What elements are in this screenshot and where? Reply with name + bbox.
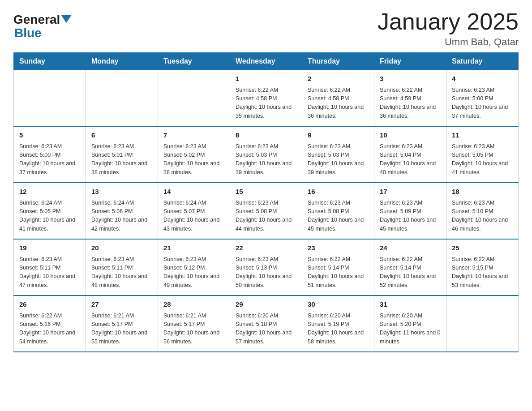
day-info: Sunrise: 6:23 AM Sunset: 5:00 PM Dayligh…: [452, 86, 513, 121]
calendar-cell: 23Sunrise: 6:22 AM Sunset: 5:14 PM Dayli…: [302, 239, 374, 295]
calendar-cell: 11Sunrise: 6:23 AM Sunset: 5:05 PM Dayli…: [446, 126, 519, 183]
header-tuesday: Tuesday: [158, 53, 230, 70]
header-saturday: Saturday: [446, 53, 519, 70]
day-info: Sunrise: 6:23 AM Sunset: 5:11 PM Dayligh…: [91, 255, 152, 290]
calendar-subtitle: Umm Bab, Qatar: [378, 36, 519, 48]
day-number: 25: [452, 243, 513, 253]
calendar-header-row: SundayMondayTuesdayWednesdayThursdayFrid…: [14, 53, 519, 70]
day-number: 16: [308, 187, 369, 197]
day-number: 1: [236, 74, 296, 84]
day-number: 30: [308, 300, 369, 310]
day-info: Sunrise: 6:23 AM Sunset: 5:00 PM Dayligh…: [19, 142, 80, 177]
calendar-cell: 27Sunrise: 6:21 AM Sunset: 5:17 PM Dayli…: [86, 295, 158, 352]
day-number: 19: [19, 243, 80, 253]
day-info: Sunrise: 6:23 AM Sunset: 5:12 PM Dayligh…: [163, 255, 224, 290]
calendar-cell: 28Sunrise: 6:21 AM Sunset: 5:17 PM Dayli…: [158, 295, 230, 352]
calendar-cell: 16Sunrise: 6:23 AM Sunset: 5:08 PM Dayli…: [302, 183, 374, 239]
calendar-cell: 12Sunrise: 6:24 AM Sunset: 5:05 PM Dayli…: [14, 183, 86, 239]
day-info: Sunrise: 6:23 AM Sunset: 5:03 PM Dayligh…: [308, 142, 369, 177]
logo-arrow-icon: [61, 15, 72, 23]
day-number: 8: [236, 130, 296, 141]
day-info: Sunrise: 6:22 AM Sunset: 5:15 PM Dayligh…: [452, 255, 513, 290]
day-info: Sunrise: 6:24 AM Sunset: 5:06 PM Dayligh…: [91, 199, 152, 234]
calendar-cell: 31Sunrise: 6:20 AM Sunset: 5:20 PM Dayli…: [374, 295, 446, 352]
calendar-cell: 30Sunrise: 6:20 AM Sunset: 5:19 PM Dayli…: [302, 295, 374, 352]
calendar-cell: 21Sunrise: 6:23 AM Sunset: 5:12 PM Dayli…: [158, 239, 230, 295]
page-header: General Blue January 2025 Umm Bab, Qatar: [13, 9, 519, 48]
day-info: Sunrise: 6:22 AM Sunset: 5:14 PM Dayligh…: [380, 255, 441, 290]
logo: General Blue: [13, 13, 72, 39]
day-number: 11: [452, 130, 513, 141]
day-number: 14: [163, 187, 224, 197]
day-number: 12: [19, 187, 80, 197]
calendar-header: SundayMondayTuesdayWednesdayThursdayFrid…: [14, 53, 519, 70]
calendar-table: SundayMondayTuesdayWednesdayThursdayFrid…: [13, 52, 519, 352]
day-number: 22: [236, 243, 296, 253]
day-number: 26: [19, 300, 80, 310]
day-info: Sunrise: 6:24 AM Sunset: 5:05 PM Dayligh…: [19, 199, 80, 234]
calendar-cell: 29Sunrise: 6:20 AM Sunset: 5:18 PM Dayli…: [230, 295, 302, 352]
day-number: 17: [380, 187, 441, 197]
calendar-cell: [86, 70, 158, 127]
day-number: 18: [452, 187, 513, 197]
day-number: 15: [236, 187, 296, 197]
calendar-cell: 19Sunrise: 6:23 AM Sunset: 5:11 PM Dayli…: [14, 239, 86, 295]
calendar-cell: 8Sunrise: 6:23 AM Sunset: 5:03 PM Daylig…: [230, 126, 302, 183]
header-sunday: Sunday: [14, 53, 86, 70]
calendar-week-5: 26Sunrise: 6:22 AM Sunset: 5:16 PM Dayli…: [14, 295, 519, 352]
calendar-cell: 5Sunrise: 6:23 AM Sunset: 5:00 PM Daylig…: [14, 126, 86, 183]
calendar-cell: [158, 70, 230, 127]
calendar-cell: 18Sunrise: 6:23 AM Sunset: 5:10 PM Dayli…: [446, 183, 519, 239]
day-info: Sunrise: 6:23 AM Sunset: 5:05 PM Dayligh…: [452, 142, 513, 177]
calendar-cell: 26Sunrise: 6:22 AM Sunset: 5:16 PM Dayli…: [14, 295, 86, 352]
calendar-cell: 4Sunrise: 6:23 AM Sunset: 5:00 PM Daylig…: [446, 70, 519, 127]
calendar-cell: 22Sunrise: 6:23 AM Sunset: 5:13 PM Dayli…: [230, 239, 302, 295]
calendar-week-4: 19Sunrise: 6:23 AM Sunset: 5:11 PM Dayli…: [14, 239, 519, 295]
day-info: Sunrise: 6:23 AM Sunset: 5:08 PM Dayligh…: [308, 199, 369, 234]
calendar-week-2: 5Sunrise: 6:23 AM Sunset: 5:00 PM Daylig…: [14, 126, 519, 183]
calendar-cell: 3Sunrise: 6:22 AM Sunset: 4:59 PM Daylig…: [374, 70, 446, 127]
day-number: 31: [380, 300, 441, 310]
calendar-cell: 6Sunrise: 6:23 AM Sunset: 5:01 PM Daylig…: [86, 126, 158, 183]
day-number: 27: [91, 300, 152, 310]
logo-general-text: General: [13, 13, 60, 26]
day-number: 4: [452, 74, 513, 84]
calendar-cell: 25Sunrise: 6:22 AM Sunset: 5:15 PM Dayli…: [446, 239, 519, 295]
day-info: Sunrise: 6:22 AM Sunset: 4:58 PM Dayligh…: [308, 86, 369, 121]
day-info: Sunrise: 6:20 AM Sunset: 5:20 PM Dayligh…: [380, 312, 441, 347]
calendar-cell: 7Sunrise: 6:23 AM Sunset: 5:02 PM Daylig…: [158, 126, 230, 183]
day-info: Sunrise: 6:22 AM Sunset: 5:14 PM Dayligh…: [308, 255, 369, 290]
calendar-cell: 13Sunrise: 6:24 AM Sunset: 5:06 PM Dayli…: [86, 183, 158, 239]
day-number: 13: [91, 187, 152, 197]
day-number: 24: [380, 243, 441, 253]
calendar-cell: [446, 295, 519, 352]
calendar-cell: 14Sunrise: 6:24 AM Sunset: 5:07 PM Dayli…: [158, 183, 230, 239]
calendar-cell: 10Sunrise: 6:23 AM Sunset: 5:04 PM Dayli…: [374, 126, 446, 183]
title-section: January 2025 Umm Bab, Qatar: [378, 9, 519, 48]
day-number: 6: [91, 130, 152, 141]
day-number: 9: [308, 130, 369, 141]
header-monday: Monday: [86, 53, 158, 70]
day-info: Sunrise: 6:23 AM Sunset: 5:08 PM Dayligh…: [236, 199, 296, 234]
day-info: Sunrise: 6:23 AM Sunset: 5:10 PM Dayligh…: [452, 199, 513, 234]
header-thursday: Thursday: [302, 53, 374, 70]
day-info: Sunrise: 6:22 AM Sunset: 5:16 PM Dayligh…: [19, 312, 80, 347]
day-info: Sunrise: 6:23 AM Sunset: 5:09 PM Dayligh…: [380, 199, 441, 234]
day-info: Sunrise: 6:23 AM Sunset: 5:11 PM Dayligh…: [19, 255, 80, 290]
day-number: 7: [163, 130, 224, 141]
day-info: Sunrise: 6:23 AM Sunset: 5:13 PM Dayligh…: [236, 255, 296, 290]
day-number: 5: [19, 130, 80, 141]
day-info: Sunrise: 6:22 AM Sunset: 4:59 PM Dayligh…: [380, 86, 441, 121]
calendar-cell: [14, 70, 86, 127]
day-info: Sunrise: 6:20 AM Sunset: 5:19 PM Dayligh…: [308, 312, 369, 347]
day-info: Sunrise: 6:21 AM Sunset: 5:17 PM Dayligh…: [163, 312, 224, 347]
day-info: Sunrise: 6:22 AM Sunset: 4:58 PM Dayligh…: [236, 86, 296, 121]
day-number: 28: [163, 300, 224, 310]
day-number: 10: [380, 130, 441, 141]
day-info: Sunrise: 6:23 AM Sunset: 5:04 PM Dayligh…: [380, 142, 441, 177]
day-info: Sunrise: 6:23 AM Sunset: 5:01 PM Dayligh…: [91, 142, 152, 177]
day-number: 2: [308, 74, 369, 84]
calendar-cell: 9Sunrise: 6:23 AM Sunset: 5:03 PM Daylig…: [302, 126, 374, 183]
calendar-cell: 20Sunrise: 6:23 AM Sunset: 5:11 PM Dayli…: [86, 239, 158, 295]
day-number: 23: [308, 243, 369, 253]
